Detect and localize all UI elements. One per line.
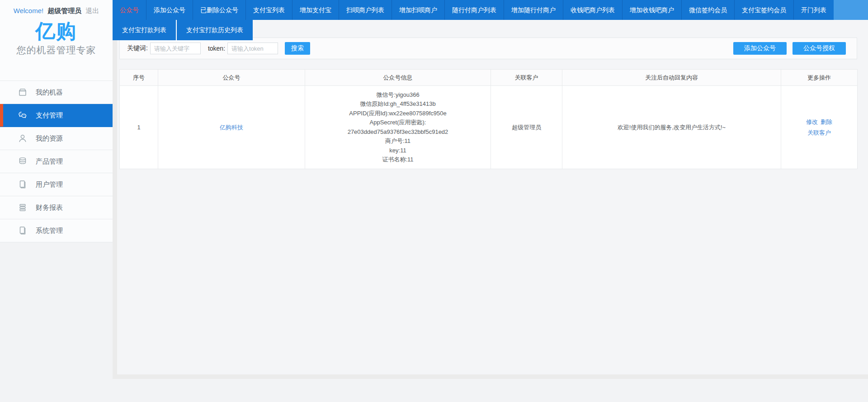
row-index: 1	[120, 86, 158, 169]
auto-reply-cell: 欢迎!使用我们的服务,改变用户生活方式!~	[562, 86, 781, 169]
table-body: 1亿购科技微信号:yigou366微信原始Id:gh_4ff53e31413bA…	[120, 86, 858, 169]
account-info-line: APPID(应用Id):wx22ee807589fc950e	[310, 109, 486, 118]
sidebar-item[interactable]: 我的机器	[0, 81, 113, 104]
row-action-link[interactable]: 关联客户	[807, 129, 831, 136]
machine-icon	[17, 87, 28, 98]
account-info-line: 商户号:11	[310, 137, 486, 146]
table-row: 1亿购科技微信号:yigou366微信原始Id:gh_4ff53e31413bA…	[120, 86, 858, 169]
top-nav-tab[interactable]: 收钱吧商户列表	[563, 0, 622, 20]
user-icon	[17, 133, 28, 144]
top-nav-tab[interactable]: 随行付商户列表	[444, 0, 504, 20]
filter-actions: 添加公众号 公众号授权	[733, 42, 846, 55]
top-nav-tab[interactable]: 开门列表	[793, 0, 834, 20]
account-info-line: 27e03dded75a9376f3ec32bbf5c91ed2	[310, 128, 486, 137]
report-icon	[17, 202, 28, 213]
sidebar-item[interactable]: 我的资源	[0, 127, 113, 150]
account-name-cell: 亿购科技	[158, 86, 305, 169]
account-info-line: 证书名称:11	[310, 155, 486, 165]
top-nav-tab[interactable]: 添加公众号	[146, 0, 193, 20]
sidebar-item-label: 财务报表	[36, 203, 63, 212]
top-nav-tab[interactable]: 扫呗商户列表	[339, 0, 392, 20]
top-nav-tab[interactable]: 公众号	[113, 0, 146, 20]
top-nav: 公众号添加公众号已删除公众号支付宝列表增加支付宝扫呗商户列表增加扫呗商户随行付商…	[113, 0, 868, 20]
sidebar-item[interactable]: 支付管理	[0, 104, 113, 127]
current-user: 超级管理员	[47, 7, 81, 15]
authorize-account-button[interactable]: 公众号授权	[793, 42, 846, 55]
row-action-link[interactable]: 修改	[806, 118, 818, 125]
account-info-line: AppSecret(应用密匙):	[310, 118, 486, 128]
brand-logo: 亿购	[0, 21, 113, 42]
sidebar-item[interactable]: 财务报表	[0, 196, 113, 219]
top-nav-tab[interactable]: 微信签约会员	[681, 0, 734, 20]
document-icon	[17, 179, 28, 190]
add-account-button[interactable]: 添加公众号	[733, 42, 787, 55]
top-nav-tab[interactable]: 增加扫呗商户	[392, 0, 444, 20]
content-bottom-gutter	[113, 374, 868, 379]
account-info-line: key:11	[310, 146, 486, 156]
sub-nav-tab[interactable]: 支付宝打款历史列表	[176, 20, 253, 40]
column-header: 公众号	[158, 70, 305, 86]
column-header: 关注后自动回复内容	[562, 70, 781, 86]
sidebar-item-label: 支付管理	[36, 111, 63, 120]
sidebar-item-label: 我的机器	[36, 88, 63, 97]
sub-nav-tab[interactable]: 支付宝打款列表	[113, 20, 176, 40]
wechat-pay-icon	[17, 110, 28, 121]
main-content: 关键词: token: 搜索 添加公众号 公众号授权 序号公众号公众号信息关联客…	[117, 20, 868, 374]
account-info-cell: 微信号:yigou366微信原始Id:gh_4ff53e31413bAPPID(…	[305, 86, 491, 169]
token-label: token:	[208, 45, 225, 52]
sidebar-menu: 我的机器支付管理我的资源产品管理用户管理财务报表系统管理	[0, 80, 113, 242]
top-nav-tab[interactable]: 已删除公众号	[193, 0, 245, 20]
accounts-table: 序号公众号公众号信息关联客户关注后自动回复内容更多操作 1亿购科技微信号:yig…	[119, 69, 858, 169]
sidebar-header: Welcome! 超级管理员 退出 亿购 您的机器管理专家	[0, 0, 113, 80]
column-header: 序号	[120, 70, 158, 86]
sidebar-item[interactable]: 系统管理	[0, 219, 113, 242]
sidebar-item-label: 我的资源	[36, 134, 63, 143]
actions-cell: 修改删除关联客户	[781, 86, 858, 169]
sidebar-item[interactable]: 产品管理	[0, 150, 113, 173]
brand-tagline: 您的机器管理专家	[0, 44, 113, 57]
top-nav-tab[interactable]: 增加收钱吧商户	[622, 0, 681, 20]
token-input[interactable]	[227, 43, 278, 54]
content-left-gutter	[113, 40, 117, 379]
sidebar: Welcome! 超级管理员 退出 亿购 您的机器管理专家 我的机器支付管理我的…	[0, 0, 113, 402]
actions-line: 关联客户	[786, 128, 853, 138]
account-name-link[interactable]: 亿购科技	[220, 124, 243, 131]
table-head: 序号公众号公众号信息关联客户关注后自动回复内容更多操作	[120, 70, 858, 86]
keyword-label: 关键词:	[127, 44, 148, 52]
header-row: 序号公众号公众号信息关联客户关注后自动回复内容更多操作	[120, 70, 858, 86]
system-icon	[17, 225, 28, 236]
account-info-line: 微信原始Id:gh_4ff53e31413b	[310, 99, 486, 109]
actions-line: 修改删除	[786, 117, 853, 128]
account-info-line: 微信号:yigou366	[310, 90, 486, 100]
sub-nav: 支付宝打款列表支付宝打款历史列表	[113, 20, 253, 40]
column-header: 关联客户	[491, 70, 562, 86]
row-action-link[interactable]: 删除	[821, 118, 832, 125]
top-nav-tab[interactable]: 增加随行付商户	[504, 0, 563, 20]
search-button[interactable]: 搜索	[285, 42, 310, 55]
nav-end-block	[834, 0, 868, 20]
filter-panel: 关键词: token: 搜索 添加公众号 公众号授权	[119, 38, 857, 59]
top-nav-tab[interactable]: 支付宝签约会员	[734, 0, 793, 20]
linked-client-cell: 超级管理员	[491, 86, 562, 169]
column-header: 公众号信息	[305, 70, 491, 86]
top-nav-tab[interactable]: 增加支付宝	[292, 0, 339, 20]
keyword-input[interactable]	[150, 43, 201, 54]
database-icon	[17, 156, 28, 167]
sidebar-item-label: 用户管理	[36, 180, 63, 189]
welcome-text: Welcome!	[14, 7, 43, 14]
sidebar-item[interactable]: 用户管理	[0, 173, 113, 196]
sidebar-item-label: 系统管理	[36, 227, 63, 235]
column-header: 更多操作	[781, 70, 858, 86]
welcome-row: Welcome! 超级管理员 退出	[0, 0, 113, 15]
top-nav-tab[interactable]: 支付宝列表	[245, 0, 292, 20]
logout-link[interactable]: 退出	[85, 7, 99, 15]
sidebar-item-label: 产品管理	[36, 157, 63, 166]
